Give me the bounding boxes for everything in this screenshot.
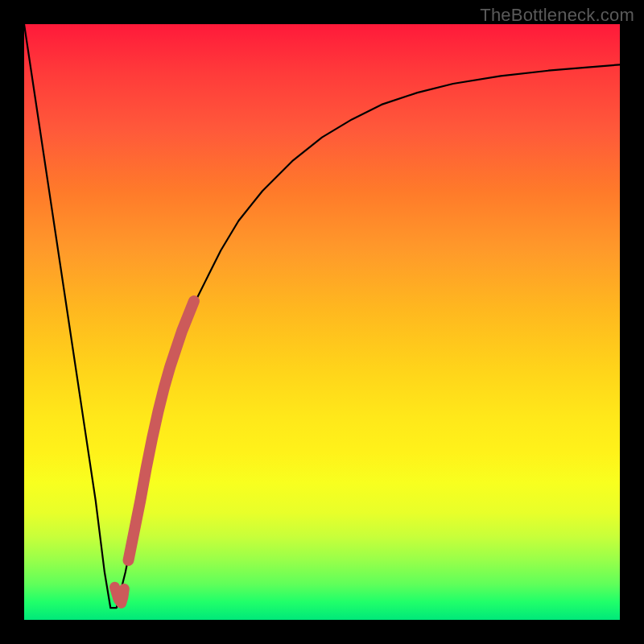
- highlight-segment: [129, 301, 194, 560]
- bottleneck-curve: [24, 24, 620, 608]
- plot-area: [24, 24, 620, 620]
- watermark-text: TheBottleneck.com: [480, 5, 634, 26]
- chart-frame: TheBottleneck.com: [0, 0, 644, 644]
- chart-svg: [24, 24, 620, 620]
- bottom-j-marker: [114, 587, 124, 603]
